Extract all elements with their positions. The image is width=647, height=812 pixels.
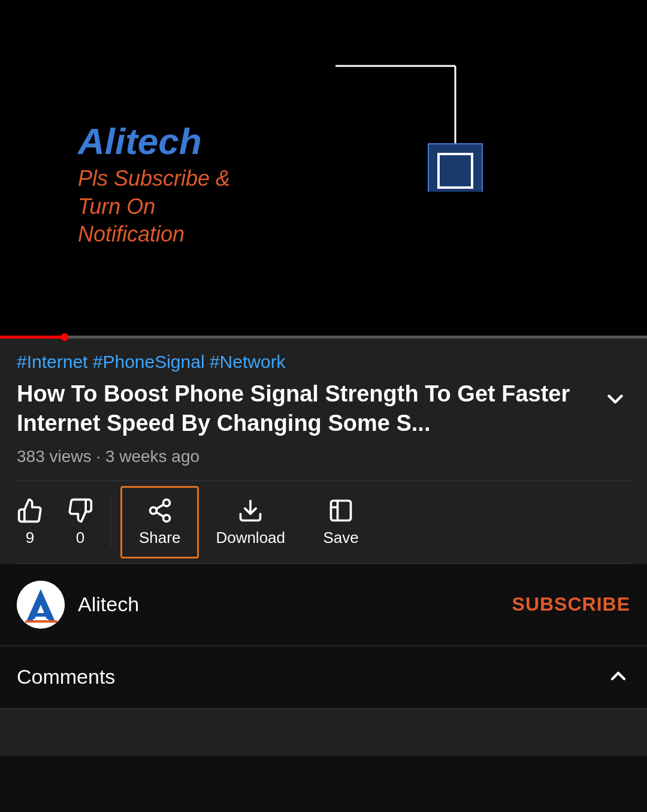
subscribe-button[interactable]: SUBSCRIBE <box>512 593 630 615</box>
comments-section[interactable]: Comments <box>0 646 647 708</box>
dislike-count: 0 <box>76 529 84 547</box>
expand-icon[interactable] <box>600 384 630 414</box>
svg-line-8 <box>156 505 164 509</box>
save-button[interactable]: Save <box>302 487 380 558</box>
svg-line-7 <box>156 512 164 517</box>
save-label: Save <box>323 529 358 547</box>
video-title: How To Boost Phone Signal Strength To Ge… <box>17 379 591 439</box>
progress-scrubber[interactable] <box>61 333 69 341</box>
like-dislike-group: 9 0 <box>17 497 111 547</box>
share-button[interactable]: Share <box>120 486 199 559</box>
svg-rect-10 <box>331 500 351 520</box>
like-count: 9 <box>26 529 34 547</box>
bottom-bar <box>0 708 647 756</box>
channel-info[interactable]: Alitech <box>17 581 139 629</box>
brand-name: Alitech <box>78 123 230 160</box>
svg-rect-16 <box>25 620 58 623</box>
channel-name: Alitech <box>78 593 139 616</box>
info-section: #Internet #PhoneSignal #Network How To B… <box>0 339 647 564</box>
svg-rect-2 <box>428 144 482 192</box>
download-button[interactable]: Download <box>199 487 302 558</box>
share-label: Share <box>139 529 180 547</box>
progress-bar-fill <box>0 336 65 339</box>
video-meta: 383 views · 3 weeks ago <box>17 447 630 466</box>
hashtags[interactable]: #Internet #PhoneSignal #Network <box>17 352 630 372</box>
video-player: Alitech Pls Subscribe & Turn On Notifica… <box>0 0 647 336</box>
avatar[interactable] <box>17 581 65 629</box>
comments-chevron-icon[interactable] <box>606 664 630 690</box>
like-button[interactable]: 9 <box>17 497 43 547</box>
comments-title: Comments <box>17 665 115 689</box>
channel-section: Alitech SUBSCRIBE <box>0 564 647 646</box>
progress-bar[interactable] <box>0 336 647 339</box>
subscribe-text: Pls Subscribe & Turn On Notification <box>78 165 230 249</box>
dislike-button[interactable]: 0 <box>67 497 93 547</box>
download-label: Download <box>216 529 285 547</box>
action-row: 9 0 Share <box>17 481 630 564</box>
